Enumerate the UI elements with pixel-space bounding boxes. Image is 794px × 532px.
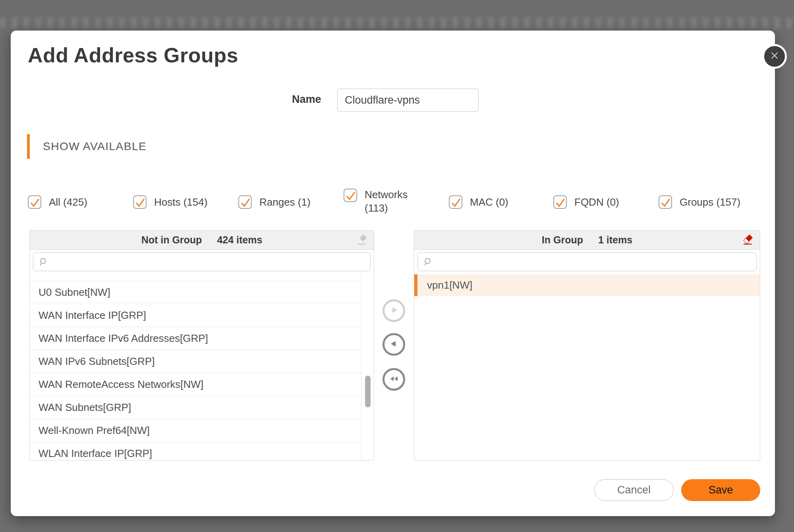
search-icon bbox=[38, 257, 48, 267]
eraser-icon bbox=[742, 233, 754, 247]
background-blur-content bbox=[0, 17, 794, 29]
list-item[interactable]: WAN IPv6 Subnets[GRP] bbox=[30, 350, 361, 373]
clear-selected-button[interactable] bbox=[740, 232, 756, 248]
save-button[interactable]: Save bbox=[681, 479, 760, 501]
list-item[interactable]: Well-Known Pref64[NW] bbox=[30, 419, 361, 442]
search-icon bbox=[423, 257, 433, 267]
filter-label-mac: MAC (0) bbox=[470, 195, 508, 209]
filter-all: All (425) bbox=[28, 195, 87, 209]
filter-mac: MAC (0) bbox=[449, 195, 508, 209]
section-title: SHOW AVAILABLE bbox=[43, 140, 147, 153]
selected-search-row bbox=[414, 250, 760, 274]
arrow-left-icon bbox=[389, 339, 399, 350]
available-search-box bbox=[33, 253, 371, 271]
list-item[interactable]: WLAN Interface IP[GRP] bbox=[30, 442, 361, 461]
move-right-button[interactable] bbox=[383, 299, 405, 322]
list-item[interactable]: WAN Subnets[GRP] bbox=[30, 396, 361, 419]
available-search-row bbox=[30, 250, 374, 274]
filter-label-all: All (425) bbox=[49, 195, 87, 209]
filter-label-fqdn: FQDN (0) bbox=[574, 195, 619, 209]
cancel-button[interactable]: Cancel bbox=[594, 479, 674, 501]
list-item[interactable]: U0 Subnet[NW] bbox=[30, 281, 361, 304]
checkbox-mac[interactable] bbox=[449, 195, 462, 209]
close-button[interactable] bbox=[762, 44, 787, 69]
filter-networks: Networks (113) bbox=[344, 189, 414, 215]
in-group-title: In Group bbox=[542, 234, 583, 246]
list-item[interactable]: WAN Interface IP[GRP] bbox=[30, 304, 361, 327]
filter-groups: Groups (157) bbox=[659, 195, 740, 209]
checkbox-fqdn[interactable] bbox=[553, 195, 567, 209]
scrolled-row-sliver bbox=[30, 274, 361, 281]
filter-ranges: Ranges (1) bbox=[238, 195, 311, 209]
checkbox-ranges[interactable] bbox=[238, 195, 252, 209]
selected-list: vpn1[NW] bbox=[414, 274, 760, 460]
available-list: U0 Subnet[NW] WAN Interface IP[GRP] WAN … bbox=[30, 274, 361, 460]
available-search-input[interactable] bbox=[33, 253, 370, 271]
filter-label-hosts: Hosts (154) bbox=[154, 195, 207, 209]
filter-label-groups: Groups (157) bbox=[680, 195, 740, 209]
list-item[interactable]: WAN Interface IPv6 Addresses[GRP] bbox=[30, 327, 361, 350]
in-group-count: 1 items bbox=[598, 234, 632, 246]
not-in-group-header: Not in Group 424 items bbox=[30, 231, 374, 250]
in-group-panel: In Group 1 items bbox=[414, 230, 760, 461]
screen: Add Address Groups Name SHOW AVAILABLE A… bbox=[0, 0, 794, 532]
dialog-title: Add Address Groups bbox=[28, 43, 238, 67]
clear-available-button[interactable] bbox=[354, 232, 370, 248]
selected-search-box bbox=[417, 253, 757, 271]
move-left-button[interactable] bbox=[383, 333, 405, 356]
not-in-group-count: 424 items bbox=[217, 234, 262, 246]
filter-label-networks: Networks (113) bbox=[365, 188, 414, 215]
eraser-icon bbox=[355, 233, 368, 247]
checkbox-hosts[interactable] bbox=[133, 195, 147, 209]
in-group-header: In Group 1 items bbox=[414, 231, 760, 250]
checkbox-networks[interactable] bbox=[344, 189, 357, 202]
checkbox-all[interactable] bbox=[28, 195, 41, 209]
available-list-scrollbar[interactable] bbox=[365, 376, 371, 407]
close-icon bbox=[770, 51, 779, 62]
section-accent-bar bbox=[27, 134, 30, 159]
filter-hosts: Hosts (154) bbox=[133, 195, 207, 209]
list-item[interactable]: WAN RemoteAccess Networks[NW] bbox=[30, 373, 361, 396]
not-in-group-title: Not in Group bbox=[141, 234, 202, 246]
arrow-right-icon bbox=[389, 305, 399, 316]
move-all-left-button[interactable] bbox=[383, 368, 405, 391]
add-address-groups-dialog: Add Address Groups Name SHOW AVAILABLE A… bbox=[11, 31, 775, 516]
checkbox-groups[interactable] bbox=[659, 195, 672, 209]
filter-label-ranges: Ranges (1) bbox=[259, 195, 311, 209]
selected-search-input[interactable] bbox=[418, 253, 756, 271]
not-in-group-panel: Not in Group 424 items bbox=[29, 230, 374, 461]
double-arrow-left-icon bbox=[389, 374, 399, 385]
list-item-selected[interactable]: vpn1[NW] bbox=[414, 274, 760, 296]
name-label: Name bbox=[292, 93, 321, 106]
name-input[interactable] bbox=[337, 89, 479, 112]
filter-fqdn: FQDN (0) bbox=[553, 195, 619, 209]
